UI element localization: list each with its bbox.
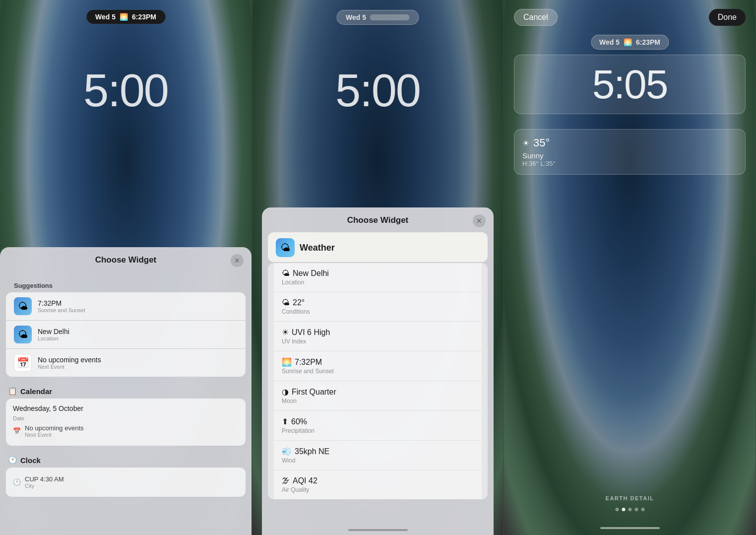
calendar-row-title-0: No upcoming events: [25, 424, 84, 432]
weather-opt-icon-3: 🌅: [282, 357, 292, 367]
bottom-bar-2: [348, 529, 408, 531]
suggestion-item-1[interactable]: 🌤 New Delhi Location: [6, 321, 246, 348]
status-date-1: Wed 5: [95, 13, 116, 21]
calendar-date: Wednesday, 5 October: [13, 404, 239, 412]
widget-sheet-1[interactable]: Choose Widget ✕ Suggestions 🌤 7:32PM Sun…: [0, 247, 252, 535]
weather-opt-title-3: 🌅 7:32PM: [282, 357, 322, 367]
weather-widget-temp: 35°: [533, 136, 550, 149]
weather-opt-title-7: 🌫 AQI 42: [282, 476, 317, 485]
dot-1: [622, 508, 625, 511]
suggestion-title-1: New Delhi: [38, 328, 238, 335]
clock-section: 🕐 Clock 🕐 CUP 4:30 AM City: [6, 452, 246, 497]
weather-option-4[interactable]: ◑ First Quarter Moon: [274, 381, 482, 411]
suggestion-text-0: 7:32PM Sunrise and Sunset: [38, 299, 238, 313]
weather-widget-condition: Sunny: [522, 151, 737, 160]
weather-app-icon: 🌤: [276, 238, 295, 257]
edit-status-time: 6:23PM: [636, 38, 660, 46]
suggestion-icon-2: 📅: [14, 354, 32, 372]
suggestions-section: Suggestions 🌤 7:32PM Sunrise and Sunset …: [6, 278, 246, 377]
calendar-date-sub: Date: [13, 415, 239, 421]
weather-opt-icon-4: ◑: [282, 387, 289, 397]
weather-option-3[interactable]: 🌅 7:32PM Sunrise and Sunset: [274, 351, 482, 381]
panel-1: Wed 5 🌅 6:23PM 5:00 Choose Widget ✕ Sugg…: [0, 0, 252, 535]
edit-status-bar: Wed 5 🌅 6:23PM: [591, 35, 669, 50]
weather-opt-sub-4: Moon: [282, 398, 297, 404]
clock-row-title-0: CUP 4:30 AM: [25, 475, 64, 483]
edit-clock-time: 5:05: [524, 61, 735, 108]
dot-4: [641, 508, 644, 511]
suggestion-title-0: 7:32PM: [38, 299, 238, 307]
weather-opt-title-5: ⬆ 60%: [282, 417, 307, 426]
weather-option-7[interactable]: 🌫 AQI 42 Air Quality: [274, 470, 482, 499]
weather-option-2[interactable]: ☀ UVI 6 High UV Index: [274, 322, 482, 351]
weather-opt-sub-2: UV Index: [282, 338, 306, 345]
cancel-button[interactable]: Cancel: [514, 9, 558, 26]
clock-display-2: 5:00: [335, 65, 420, 117]
dot-2: [628, 508, 631, 511]
weather-options-list: 🌤 New Delhi Location 🌤 22° Conditions ☀ …: [268, 263, 488, 499]
weather-option-1[interactable]: 🌤 22° Conditions: [274, 292, 482, 322]
suggestion-text-1: New Delhi Location: [38, 328, 238, 341]
weather-opt-icon-6: 💨: [282, 447, 292, 456]
status-bar-element: [370, 14, 410, 20]
clock-item-0: 🕐 CUP 4:30 AM City: [13, 473, 239, 491]
calendar-section-header: 📋 Calendar: [6, 383, 246, 399]
weather-widget-box[interactable]: ☀ 35° Sunny H:36° L:35°: [514, 129, 746, 175]
weather-opt-sub-6: Wind: [282, 457, 295, 464]
weather-opt-title-6: 💨 35kph NE: [282, 447, 329, 456]
panel-3: Cancel Done Wed 5 🌅 6:23PM 5:05 ☀ 35° Su…: [504, 0, 756, 535]
sheet-title-1: Choose Widget: [0, 255, 252, 272]
weather-widget-hl: H:36° L:35°: [522, 160, 737, 167]
suggestion-title-2: No upcoming events: [38, 356, 238, 364]
weather-opt-sub-3: Sunrise and Sunset: [282, 368, 334, 375]
weather-opt-title-0: 🌤 New Delhi: [282, 269, 329, 278]
status-date-2: Wed 5: [346, 13, 366, 21]
clock-display-1: 5:00: [83, 65, 168, 117]
weather-app-emoji: 🌤: [280, 242, 290, 254]
status-time-1: 6:23PM: [132, 13, 156, 21]
sheet-close-button-1[interactable]: ✕: [231, 254, 244, 267]
calendar-item-0: 📅 No upcoming events Next Event: [13, 422, 239, 440]
calendar-section: 📋 Calendar Wednesday, 5 October Date 📅 N…: [6, 383, 246, 446]
weather-opt-title-4: ◑ First Quarter: [282, 387, 336, 397]
clock-block: 🕐 CUP 4:30 AM City: [6, 468, 246, 497]
weather-opt-sub-1: Conditions: [282, 308, 310, 315]
panel-2: Wed 5 5:00 Choose Widget ✕ 🌤 Weather 🌤 N…: [252, 0, 504, 535]
weather-option-5[interactable]: ⬆ 60% Precipitation: [274, 411, 482, 441]
page-dots: [615, 508, 644, 511]
suggestion-sub-1: Location: [38, 335, 238, 341]
weather-opt-sub-5: Precipitation: [282, 427, 315, 434]
suggestion-icon-0: 🌤: [14, 297, 32, 315]
weather-opt-sub-0: Location: [282, 279, 304, 286]
weather-opt-icon-0: 🌤: [282, 269, 290, 278]
status-icon-1: 🌅: [120, 13, 128, 21]
calendar-row-icon-0: 📅: [13, 427, 21, 435]
weather-opt-title-1: 🌤 22°: [282, 298, 305, 307]
weather-opt-icon-1: 🌤: [282, 298, 290, 307]
status-bar-1: Wed 5 🌅 6:23PM: [86, 10, 165, 24]
clock-row-icon-0: 🕐: [13, 478, 21, 486]
weather-opt-title-2: ☀ UVI 6 High: [282, 328, 330, 337]
weather-option-6[interactable]: 💨 35kph NE Wind: [274, 441, 482, 470]
suggestion-item-2[interactable]: 📅 No upcoming events Next Event: [6, 349, 246, 377]
suggestions-list: 🌤 7:32PM Sunrise and Sunset 🌤 New Delhi …: [6, 292, 246, 377]
weather-opt-sub-7: Air Quality: [282, 486, 309, 493]
weather-option-0[interactable]: 🌤 New Delhi Location: [274, 263, 482, 292]
bottom-bar-3: [600, 527, 660, 529]
weather-opt-icon-7: 🌫: [282, 476, 290, 485]
suggestion-sub-2: Next Event: [38, 364, 238, 370]
widget-sheet-2[interactable]: Choose Widget ✕ 🌤 Weather 🌤 New Delhi Lo…: [262, 207, 494, 535]
done-button[interactable]: Done: [709, 9, 746, 26]
suggestion-sub-0: Sunrise and Sunset: [38, 307, 238, 313]
weather-widget-icon: ☀: [522, 138, 529, 148]
sheet-close-button-2[interactable]: ✕: [473, 214, 486, 227]
sheet-title-2: Choose Widget: [262, 215, 494, 232]
suggestion-item-0[interactable]: 🌤 7:32PM Sunrise and Sunset: [6, 292, 246, 320]
dot-0: [615, 508, 619, 511]
weather-opt-icon-2: ☀: [282, 328, 289, 337]
edit-clock-box[interactable]: 5:05: [514, 55, 746, 114]
calendar-row-sub-0: Next Event: [25, 432, 84, 438]
weather-app-header: 🌤 Weather: [268, 232, 488, 262]
suggestion-icon-1: 🌤: [14, 326, 32, 343]
edit-status-icon: 🌅: [624, 38, 632, 46]
